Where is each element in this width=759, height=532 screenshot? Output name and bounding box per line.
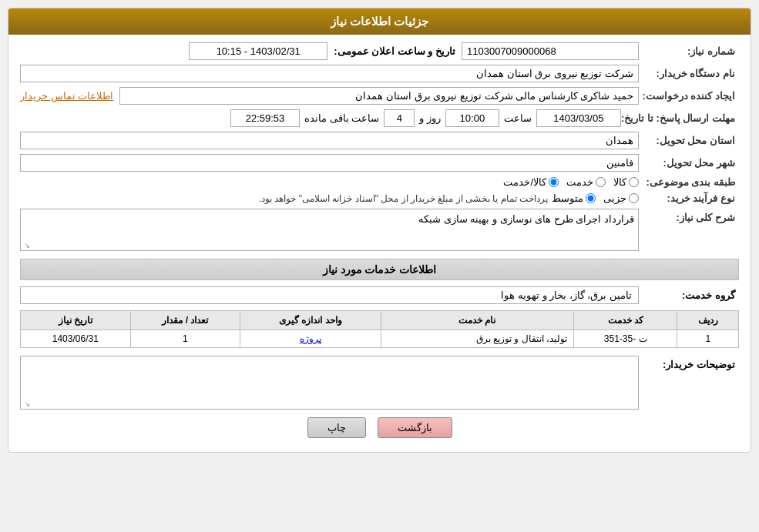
page-container: جزئیات اطلاعات نیاز شماره نیاز: 11030070… xyxy=(0,0,759,532)
col-qty: تعداد / مقدار xyxy=(130,311,240,330)
purchase-type-radio-jozi[interactable] xyxy=(629,193,639,203)
deadline-date: 1403/03/05 xyxy=(536,109,621,127)
city-label: شهر محل تحویل: xyxy=(639,157,739,169)
requester-contact-link[interactable]: اطلاعات تماس خریدار xyxy=(20,90,113,102)
cell-unit[interactable]: پروژه xyxy=(240,330,381,348)
main-card: جزئیات اطلاعات نیاز شماره نیاز: 11030070… xyxy=(8,8,751,453)
category-radio-kala-khedmat[interactable] xyxy=(549,177,559,187)
deadline-days-label: روز و xyxy=(419,112,441,124)
description-value: قرارداد اجرای طرح های نوسازی و بهینه ساز… xyxy=(20,209,639,251)
services-section-header: اطلاعات خدمات مورد نیاز xyxy=(20,259,739,280)
buyer-notes-resize-icon: ↘ xyxy=(22,400,30,407)
purchase-type-jozi-label: جزیی xyxy=(603,192,626,204)
buyer-org-row: نام دستگاه خریدار: شرکت توزیع نیروی برق … xyxy=(20,65,739,82)
table-row: 1ت -35-351تولید، انتقال و توزیع برقپروژه… xyxy=(21,330,739,348)
cell-name: تولید، انتقال و توزیع برق xyxy=(381,330,573,348)
deadline-row: مهلت ارسال پاسخ: تا تاریخ: 1403/03/05 سا… xyxy=(20,109,739,127)
category-label: طبقه بندی موضوعی: xyxy=(639,176,739,188)
col-row: ردیف xyxy=(677,311,739,330)
buyer-org-label: نام دستگاه خریدار: xyxy=(639,68,739,79)
need-number-row: شماره نیاز: 1103007009000068 تاریخ و ساع… xyxy=(20,42,739,60)
announcement-date-label: تاریخ و ساعت اعلان عمومی: xyxy=(334,45,455,57)
print-button[interactable]: چاپ xyxy=(307,417,366,438)
purchase-type-option-jozi[interactable]: جزیی xyxy=(603,192,639,204)
category-radio-kala[interactable] xyxy=(629,177,639,187)
category-kala-khedmat-label: کالا/خدمت xyxy=(503,176,546,188)
buttons-row: بازگشت چاپ xyxy=(20,417,739,438)
service-group-row: گروه خدمت: تامین برق، گاز، بخار و تهویه … xyxy=(20,286,739,304)
province-value: همدان xyxy=(20,132,639,149)
requester-label: ایجاد کننده درخواست: xyxy=(639,90,739,102)
category-row: طبقه بندی موضوعی: کالا خدمت کالا/خدمت xyxy=(20,176,739,188)
purchase-type-note: پرداخت تمام یا بخشی از مبلغ خریدار از مح… xyxy=(259,193,548,204)
header-bar: جزئیات اطلاعات نیاز xyxy=(8,8,751,35)
resize-corner-icon: ↘ xyxy=(22,241,30,249)
buyer-org-value: شرکت توزیع نیروی برق استان همدان xyxy=(20,65,639,82)
description-row: شرح کلی نیاز: قرارداد اجرای طرح های نوسا… xyxy=(20,209,739,251)
requester-row: ایجاد کننده درخواست: حمید شاکری کارشناس … xyxy=(20,87,739,105)
deadline-time: 10:00 xyxy=(445,109,499,127)
category-radio-group: کالا خدمت کالا/خدمت xyxy=(503,176,639,188)
deadline-label: مهلت ارسال پاسخ: تا تاریخ: xyxy=(621,112,739,124)
back-button[interactable]: بازگشت xyxy=(378,417,452,438)
cell-row: 1 xyxy=(677,330,739,348)
category-option-khedmat[interactable]: خدمت xyxy=(566,176,606,188)
city-value: فامنین xyxy=(20,154,639,172)
cell-quantity: 1 xyxy=(130,330,240,348)
col-name: نام خدمت xyxy=(381,311,573,330)
category-khedmat-label: خدمت xyxy=(566,176,593,188)
announcement-date-value: 1403/02/31 - 10:15 xyxy=(189,42,327,60)
category-option-kala-khedmat[interactable]: کالا/خدمت xyxy=(503,176,559,188)
purchase-type-option-motavasset[interactable]: متوسط xyxy=(552,192,596,204)
purchase-type-radio-group: جزیی متوسط xyxy=(552,192,639,204)
col-date: تاریخ نیاز xyxy=(21,311,131,330)
category-option-kala[interactable]: کالا xyxy=(613,176,639,188)
deadline-days: 4 xyxy=(384,109,415,127)
need-number-value: 1103007009000068 xyxy=(462,42,639,60)
service-group-label: گروه خدمت: xyxy=(639,289,739,301)
buyer-notes-label: توضیحات خریدار: xyxy=(639,356,739,370)
deadline-time-label: ساعت xyxy=(504,112,532,124)
col-unit: واحد اندازه گیری xyxy=(240,311,381,330)
items-table: ردیف کد خدمت نام خدمت واحد اندازه گیری ت… xyxy=(20,310,739,348)
purchase-type-radio-motavasset[interactable] xyxy=(586,193,596,203)
city-row: شهر محل تحویل: فامنین xyxy=(20,154,739,172)
header-title: جزئیات اطلاعات نیاز xyxy=(331,15,428,28)
purchase-type-label: نوع فرآیند خرید: xyxy=(639,192,739,204)
province-row: استان محل تحویل: همدان xyxy=(20,132,739,149)
province-label: استان محل تحویل: xyxy=(639,135,739,146)
cell-date: 1403/06/31 xyxy=(21,330,131,348)
purchase-type-motavasset-label: متوسط xyxy=(552,192,583,204)
requester-value: حمید شاکری کارشناس مالی شرکت توزیع نیروی… xyxy=(119,87,639,105)
buyer-notes-row: توضیحات خریدار: ↘ xyxy=(20,356,739,410)
description-label: شرح کلی نیاز: xyxy=(639,209,739,223)
buyer-notes-box: ↘ xyxy=(20,356,639,410)
purchase-type-row: نوع فرآیند خرید: جزیی متوسط پرداخت تمام … xyxy=(20,192,739,204)
content: شماره نیاز: 1103007009000068 تاریخ و ساع… xyxy=(8,35,751,452)
cell-code: ت -35-351 xyxy=(573,330,677,348)
category-radio-khedmat[interactable] xyxy=(596,177,606,187)
need-number-label: شماره نیاز: xyxy=(639,45,739,57)
service-group-value: تامین برق، گاز، بخار و تهویه هوا xyxy=(20,286,639,304)
countdown-value: 22:59:53 xyxy=(230,109,300,127)
countdown-label: ساعت باقی مانده xyxy=(304,112,379,124)
category-kala-label: کالا xyxy=(613,176,626,188)
col-code: کد خدمت xyxy=(573,311,677,330)
